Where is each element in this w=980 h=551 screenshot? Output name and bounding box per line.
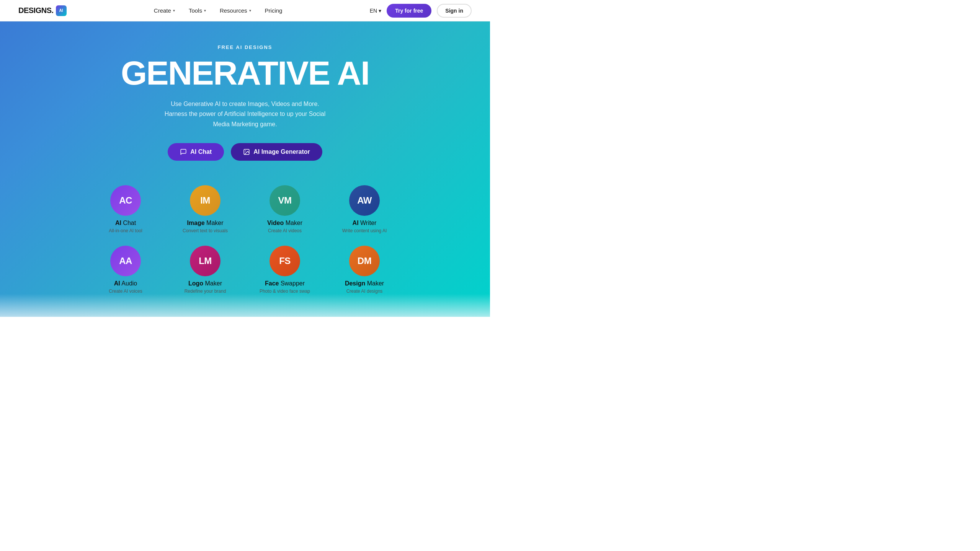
- tool-name: Design Maker: [345, 280, 384, 287]
- chevron-down-icon: ▾: [379, 8, 381, 14]
- tool-desc: All-in-one AI tool: [109, 228, 142, 233]
- tool-card-dm[interactable]: DMDesign MakerCreate AI designs: [334, 246, 395, 294]
- tool-desc: Create AI designs: [346, 289, 383, 294]
- tool-name: AI Chat: [115, 220, 136, 227]
- nav-tools[interactable]: Tools ▾: [189, 7, 206, 14]
- tool-icon-fs: FS: [270, 246, 300, 276]
- tool-card-ac[interactable]: ACAI ChatAll-in-one AI tool: [95, 185, 156, 233]
- tool-icon-dm: DM: [349, 246, 380, 276]
- tool-desc: Create AI voices: [109, 289, 142, 294]
- tool-name: Logo Maker: [188, 280, 222, 287]
- logo-badge: AI: [56, 5, 67, 16]
- svg-point-1: [245, 150, 246, 151]
- tool-icon-lm: LM: [190, 246, 220, 276]
- tool-name: Video Maker: [267, 220, 302, 227]
- logo-text: DESIGNS.: [18, 6, 54, 15]
- tool-icon-ac: AC: [110, 185, 141, 216]
- tool-card-aa[interactable]: AAAI AudioCreate AI voices: [95, 246, 156, 294]
- tool-card-vm[interactable]: VMVideo MakerCreate AI videos: [254, 185, 315, 233]
- hero-buttons: AI Chat AI Image Generator: [168, 143, 322, 161]
- tool-card-lm[interactable]: LMLogo MakerRedefine your brand: [175, 246, 236, 294]
- tool-card-aw[interactable]: AWAI WriterWrite content using AI: [334, 185, 395, 233]
- try-for-free-button[interactable]: Try for free: [387, 4, 431, 18]
- nav-create[interactable]: Create ▾: [154, 7, 175, 14]
- sign-in-button[interactable]: Sign in: [437, 4, 472, 18]
- tool-name: Image Maker: [187, 220, 223, 227]
- tool-desc: Write content using AI: [342, 228, 387, 233]
- tool-desc: Create AI videos: [268, 228, 302, 233]
- tool-name: Face Swapper: [265, 280, 305, 287]
- tool-name: AI Audio: [114, 280, 137, 287]
- tool-icon-vm: VM: [270, 185, 300, 216]
- image-icon: [243, 148, 250, 155]
- tool-name: AI Writer: [353, 220, 377, 227]
- chevron-down-icon: ▾: [204, 8, 206, 13]
- ai-image-generator-button[interactable]: AI Image Generator: [231, 143, 322, 161]
- tool-icon-aw: AW: [349, 185, 380, 216]
- tool-icon-aa: AA: [110, 246, 141, 276]
- nav-right: EN ▾ Try for free Sign in: [370, 4, 472, 18]
- hero-subtitle: Use Generative AI to create Images, Vide…: [161, 99, 329, 129]
- tool-desc: Photo & video face swap: [260, 289, 310, 294]
- tool-desc: Convert text to visuals: [183, 228, 228, 233]
- tool-card-fs[interactable]: FSFace SwapperPhoto & video face swap: [254, 246, 315, 294]
- logo[interactable]: DESIGNS. AI: [18, 5, 67, 16]
- chat-icon: [180, 148, 187, 155]
- nav-links: Create ▾ Tools ▾ Resources ▾ Pricing: [154, 7, 283, 14]
- tool-icon-im: IM: [190, 185, 220, 216]
- hero-section: FREE AI DESIGNS GENERATIVE AI Use Genera…: [0, 21, 490, 317]
- navbar: DESIGNS. AI Create ▾ Tools ▾ Resources ▾…: [0, 0, 490, 21]
- nav-resources[interactable]: Resources ▾: [220, 7, 251, 14]
- tool-card-im[interactable]: IMImage MakerConvert text to visuals: [175, 185, 236, 233]
- language-selector[interactable]: EN ▾: [370, 8, 381, 14]
- nav-pricing[interactable]: Pricing: [265, 7, 283, 14]
- tool-desc: Redefine your brand: [185, 289, 226, 294]
- hero-title: GENERATIVE AI: [121, 56, 369, 90]
- ai-chat-button[interactable]: AI Chat: [168, 143, 224, 161]
- hero-bottom-fade: [0, 294, 490, 317]
- tools-grid: ACAI ChatAll-in-one AI toolIMImage Maker…: [64, 185, 426, 294]
- hero-eyebrow: FREE AI DESIGNS: [218, 44, 273, 50]
- chevron-down-icon: ▾: [173, 8, 175, 13]
- chevron-down-icon: ▾: [249, 8, 251, 13]
